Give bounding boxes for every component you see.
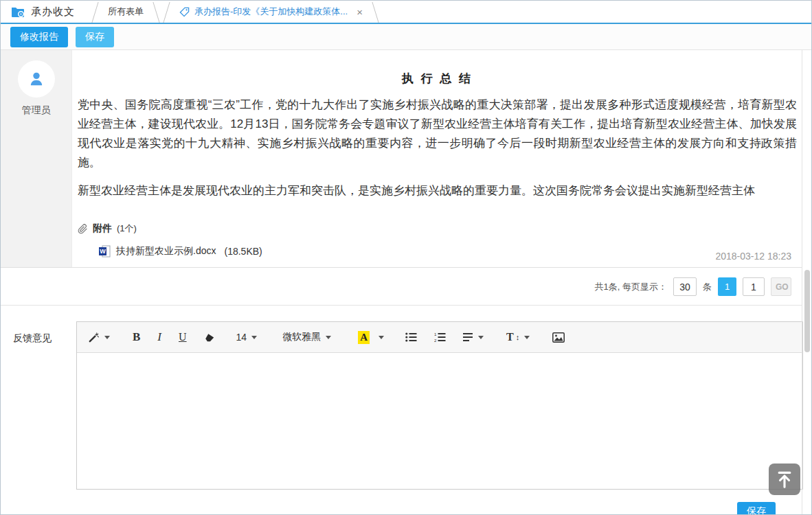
- page-button-1[interactable]: 1: [718, 277, 736, 296]
- italic-glyph: I: [157, 330, 161, 344]
- editor-toolbar: B I U 14 微软雅黑: [77, 322, 802, 353]
- chevron-down-icon: [104, 336, 110, 339]
- avatar[interactable]: [18, 60, 55, 98]
- go-button[interactable]: GO: [771, 277, 791, 296]
- chevron-down-icon: [524, 336, 530, 339]
- tab-label: 承办报告-印发《关于加快构建政策体...: [194, 5, 348, 18]
- bold-button[interactable]: B: [133, 330, 140, 344]
- word-doc-icon: W: [98, 245, 111, 258]
- underline-glyph: U: [179, 331, 187, 343]
- image-icon: [552, 332, 565, 343]
- report-timestamp: 2018-03-12 18:23: [715, 251, 791, 262]
- pagination-summary: 共1条, 每页显示：: [595, 281, 667, 293]
- save-button-bottom[interactable]: 保存: [737, 502, 776, 515]
- tab-all-forms[interactable]: 所有表单: [90, 1, 161, 23]
- ordered-list-button[interactable]: 1 2: [434, 332, 446, 342]
- font-family-value: 微软雅黑: [282, 331, 321, 343]
- feedback-section: 反馈意见 B I U: [1, 306, 802, 514]
- author-sidebar: 管理员: [1, 50, 71, 267]
- insert-image-button[interactable]: [552, 332, 565, 343]
- save-button-top[interactable]: 保存: [76, 27, 114, 47]
- line-height-glyph: T: [506, 331, 514, 343]
- attachments-header: 附件 (1个): [78, 222, 797, 235]
- svg-text:W: W: [100, 248, 106, 255]
- vertical-scrollbar-thumb[interactable]: [804, 270, 810, 352]
- font-size-value: 14: [236, 332, 247, 343]
- font-size-dropdown[interactable]: 14: [236, 332, 258, 343]
- line-height-dropdown[interactable]: T ↕: [506, 331, 530, 343]
- bold-glyph: B: [133, 330, 140, 344]
- ordered-list-icon: 1 2: [434, 332, 446, 342]
- attachments-label: 附件: [93, 222, 112, 235]
- folder-icon: [11, 5, 25, 18]
- align-dropdown[interactable]: [463, 332, 484, 342]
- chevron-down-icon: [251, 336, 257, 339]
- action-bar: 修改报告 保存: [1, 24, 811, 50]
- tab-label: 所有表单: [108, 5, 144, 18]
- chevron-down-icon: [326, 336, 331, 339]
- format-brush-button[interactable]: [88, 332, 110, 343]
- italic-button[interactable]: I: [157, 330, 161, 344]
- chevron-down-icon: [478, 336, 484, 339]
- arrow-up-to-line-icon: [774, 469, 795, 490]
- tab-report-active[interactable]: 承办报告-印发《关于加快构建政策体... ×: [161, 1, 381, 23]
- person-icon: [27, 69, 46, 89]
- underline-button[interactable]: U: [179, 331, 187, 343]
- pagination-unit: 条: [703, 281, 712, 293]
- svg-text:2: 2: [434, 339, 437, 343]
- close-icon[interactable]: ×: [357, 7, 363, 17]
- content-right-border: [802, 50, 802, 514]
- unordered-list-button[interactable]: [405, 332, 417, 342]
- attachment-file-name: 扶持新型农业示例.docx: [116, 245, 216, 258]
- tag-icon: [179, 7, 190, 17]
- back-to-top-button[interactable]: [769, 464, 800, 495]
- unordered-list-icon: [405, 332, 417, 342]
- top-tab-bar: 承办收文 所有表单 承办报告-印发《关于加快构建政策体... ×: [1, 1, 811, 24]
- modify-report-button[interactable]: 修改报告: [10, 27, 68, 47]
- align-icon: [463, 332, 473, 342]
- feedback-text-area[interactable]: [77, 353, 802, 489]
- user-name: 管理员: [22, 104, 51, 117]
- page-size-input[interactable]: [673, 277, 697, 296]
- app-window: 承办收文 所有表单 承办报告-印发《关于加快构建政策体... × 修改报告 保存: [0, 0, 812, 515]
- goto-page-input[interactable]: [743, 277, 765, 296]
- font-family-dropdown[interactable]: 微软雅黑: [282, 331, 331, 343]
- font-color-glyph: A: [358, 331, 370, 344]
- font-color-button[interactable]: A: [358, 331, 384, 344]
- eraser-button[interactable]: [204, 332, 215, 343]
- up-down-arrow-icon: ↕: [516, 333, 520, 341]
- format-brush-icon: [88, 332, 100, 343]
- app-brand: 承办收文: [1, 1, 90, 23]
- eraser-icon: [204, 332, 215, 343]
- report-paragraph: 党中央、国务院高度重视“三农”工作，党的十九大作出了实施乡村振兴战略的重大决策部…: [78, 95, 797, 172]
- attachment-item[interactable]: W 扶持新型农业示例.docx (18.5KB): [98, 245, 797, 258]
- report-document: 执 行 总 结 党中央、国务院高度重视“三农”工作，党的十九大作出了实施乡村振兴…: [71, 50, 802, 267]
- pagination-bar: 共1条, 每页显示： 条 1 GO: [1, 268, 802, 306]
- chevron-down-icon: [379, 336, 384, 339]
- report-title: 执 行 总 结: [78, 71, 797, 87]
- module-title: 承办收文: [31, 5, 75, 19]
- attachment-file-size: (18.5KB): [224, 246, 262, 257]
- report-region: 管理员 执 行 总 结 党中央、国务院高度重视“三农”工作，党的十九大作出了实施…: [1, 50, 802, 268]
- rich-text-editor: B I U 14 微软雅黑: [76, 321, 803, 490]
- attachments-count: (1个): [117, 222, 137, 235]
- svg-text:1: 1: [434, 332, 437, 336]
- paperclip-icon: [78, 224, 88, 234]
- feedback-label: 反馈意见: [13, 332, 52, 345]
- report-paragraph: 新型农业经营主体是发展现代农业的主力军和突击队，是实施乡村振兴战略的重要力量。这…: [78, 181, 797, 201]
